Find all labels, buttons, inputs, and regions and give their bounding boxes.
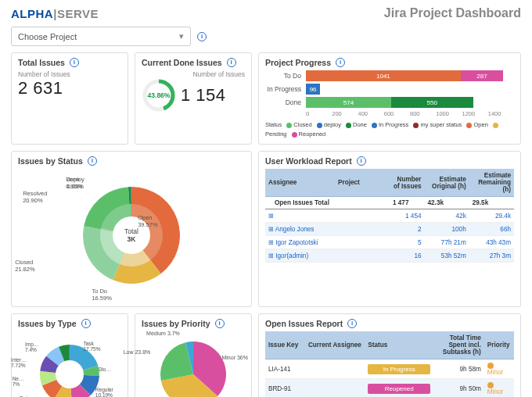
card-done-issues: Current Done Issuesi Number of Issues 43… bbox=[135, 52, 252, 145]
card-user-workload: User Workload Reporti AssigneeProjectNum… bbox=[258, 151, 521, 307]
logo: ALPHA|SERVE bbox=[11, 7, 99, 20]
done-value: 1 154 bbox=[181, 85, 226, 106]
total-issues-value: 2 631 bbox=[18, 78, 121, 98]
card-total-issues: Total Issuesi Number of Issues 2 631 bbox=[11, 52, 128, 145]
done-gauge: 43.86% bbox=[142, 78, 176, 113]
table-row[interactable]: BRD-91Reopened9h 50mMinor bbox=[265, 379, 514, 398]
card-title: Issues by Status bbox=[18, 156, 83, 166]
card-title: Issues by Type bbox=[18, 319, 77, 328]
open-issues-table: Issue KeyCurrent AssigneeStatusTotal Tim… bbox=[265, 331, 514, 397]
done-pct: 43.86% bbox=[142, 78, 176, 113]
table-row[interactable]: LIA-141In Progress9h 58mMinor bbox=[265, 359, 514, 379]
project-select-label: Choose Project bbox=[18, 32, 77, 41]
info-icon[interactable]: i bbox=[81, 319, 91, 328]
card-issues-by-priority: Issues by Priorityi Minor 36%Major 34.7%… bbox=[135, 313, 252, 397]
info-icon[interactable]: i bbox=[227, 58, 236, 67]
subtitle: Number of Issues bbox=[18, 70, 121, 78]
card-project-progress: Project Progressi To Do1041287In Progres… bbox=[258, 52, 521, 145]
workload-table: AssigneeProjectNumber of IssuesEstimate … bbox=[265, 169, 514, 263]
card-title: Current Done Issues bbox=[142, 58, 222, 67]
table-row[interactable]: ⊞ 1 45442k29.4k bbox=[265, 209, 514, 223]
card-title: Total Issues bbox=[18, 58, 65, 67]
info-icon[interactable]: i bbox=[347, 319, 357, 328]
subtitle: Number of Issues bbox=[142, 70, 245, 78]
project-select[interactable]: Choose Project ▾ bbox=[11, 27, 191, 46]
card-open-issues: Open Issues Reporti Issue KeyCurrent Ass… bbox=[258, 313, 521, 397]
progress-row: Done574550 bbox=[265, 97, 514, 108]
table-row[interactable]: ⊞ Igor(admin)1653h 52m27h 3m bbox=[265, 249, 514, 263]
info-icon[interactable]: i bbox=[88, 156, 97, 166]
info-icon[interactable]: i bbox=[70, 58, 79, 67]
info-icon[interactable]: i bbox=[215, 319, 225, 328]
table-row[interactable]: ⊞ Igor Zapototski577h 21m43h 43m bbox=[265, 236, 514, 249]
card-title: Project Progress bbox=[265, 58, 331, 67]
card-issues-by-type: Issues by Typei Task17.75%Sto…Regular10.… bbox=[11, 313, 128, 397]
progress-row: To Do1041287 bbox=[265, 70, 514, 81]
table-row[interactable]: ⊞ Angelo Jones2100h66h bbox=[265, 223, 514, 236]
logo-alpha: ALPHA bbox=[11, 7, 53, 20]
card-issues-by-status: Issues by Statusi Total 3K Open39.57%To … bbox=[11, 151, 252, 307]
info-icon[interactable]: i bbox=[197, 32, 207, 41]
info-icon[interactable]: i bbox=[336, 58, 345, 67]
chevron-down-icon: ▾ bbox=[179, 31, 184, 41]
info-icon[interactable]: i bbox=[357, 156, 366, 166]
card-title: User Workload Report bbox=[265, 156, 352, 166]
logo-serve: SERVE bbox=[57, 7, 99, 20]
card-title: Open Issues Report bbox=[265, 319, 343, 328]
card-title: Issues by Priority bbox=[142, 319, 210, 328]
progress-row: In Progress96 bbox=[265, 84, 514, 95]
page-title: Jira Project Dashboard bbox=[384, 6, 521, 20]
